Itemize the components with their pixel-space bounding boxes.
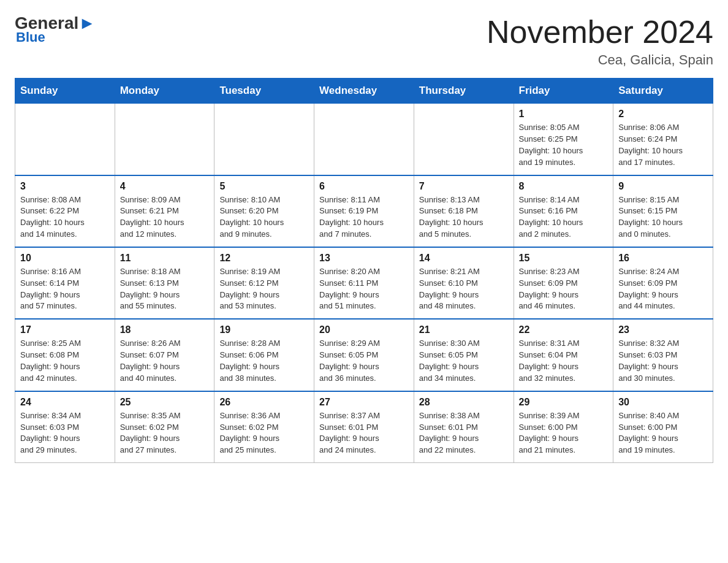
day-info: Sunrise: 8:10 AMSunset: 6:20 PMDaylight:… [219,194,309,240]
calendar-cell: 14Sunrise: 8:21 AMSunset: 6:10 PMDayligh… [414,247,514,319]
calendar-cell [115,104,214,175]
day-number: 18 [120,324,210,335]
day-number: 19 [219,324,309,335]
weekday-header-monday: Monday [115,79,214,104]
calendar-cell: 20Sunrise: 8:29 AMSunset: 6:05 PMDayligh… [314,319,414,391]
weekday-header-saturday: Saturday [613,79,713,104]
calendar-cell: 11Sunrise: 8:18 AMSunset: 6:13 PMDayligh… [115,247,214,319]
calendar-table: SundayMondayTuesdayWednesdayThursdayFrid… [15,78,713,463]
day-info: Sunrise: 8:24 AMSunset: 6:09 PMDaylight:… [618,266,708,312]
calendar-cell: 5Sunrise: 8:10 AMSunset: 6:20 PMDaylight… [214,175,314,247]
calendar-cell: 23Sunrise: 8:32 AMSunset: 6:03 PMDayligh… [613,319,713,391]
calendar-cell: 7Sunrise: 8:13 AMSunset: 6:18 PMDaylight… [414,175,514,247]
day-info: Sunrise: 8:40 AMSunset: 6:00 PMDaylight:… [618,410,708,456]
day-number: 4 [120,181,210,192]
weekday-header-thursday: Thursday [414,79,514,104]
day-info: Sunrise: 8:26 AMSunset: 6:07 PMDaylight:… [120,338,210,384]
logo-triangle-icon: ► [78,13,96,33]
day-number: 10 [20,253,110,264]
day-info: Sunrise: 8:05 AMSunset: 6:25 PMDaylight:… [519,122,609,168]
calendar-subtitle: Cea, Galicia, Spain [487,52,713,68]
day-info: Sunrise: 8:29 AMSunset: 6:05 PMDaylight:… [319,338,409,384]
day-info: Sunrise: 8:20 AMSunset: 6:11 PMDaylight:… [319,266,409,312]
day-number: 2 [618,109,708,120]
calendar-cell: 30Sunrise: 8:40 AMSunset: 6:00 PMDayligh… [613,391,713,463]
calendar-cell: 4Sunrise: 8:09 AMSunset: 6:21 PMDaylight… [115,175,214,247]
day-number: 28 [419,397,509,408]
calendar-cell: 21Sunrise: 8:30 AMSunset: 6:05 PMDayligh… [414,319,514,391]
logo-blue-text: Blue [16,29,45,45]
day-number: 22 [519,324,609,335]
calendar-cell: 13Sunrise: 8:20 AMSunset: 6:11 PMDayligh… [314,247,414,319]
day-number: 30 [618,397,708,408]
day-info: Sunrise: 8:28 AMSunset: 6:06 PMDaylight:… [219,338,309,384]
day-info: Sunrise: 8:23 AMSunset: 6:09 PMDaylight:… [519,266,609,312]
day-number: 12 [219,253,309,264]
calendar-cell: 17Sunrise: 8:25 AMSunset: 6:08 PMDayligh… [15,319,115,391]
day-info: Sunrise: 8:15 AMSunset: 6:15 PMDaylight:… [618,194,708,240]
day-info: Sunrise: 8:14 AMSunset: 6:16 PMDaylight:… [519,194,609,240]
weekday-header-wednesday: Wednesday [314,79,414,104]
day-number: 27 [319,397,409,408]
calendar-cell: 27Sunrise: 8:37 AMSunset: 6:01 PMDayligh… [314,391,414,463]
weekday-header-tuesday: Tuesday [214,79,314,104]
day-info: Sunrise: 8:16 AMSunset: 6:14 PMDaylight:… [20,266,110,312]
day-number: 16 [618,253,708,264]
day-number: 23 [618,324,708,335]
calendar-cell [314,104,414,175]
calendar-cell: 8Sunrise: 8:14 AMSunset: 6:16 PMDaylight… [514,175,613,247]
day-number: 13 [319,253,409,264]
day-info: Sunrise: 8:34 AMSunset: 6:03 PMDaylight:… [20,410,110,456]
day-number: 9 [618,181,708,192]
day-number: 8 [519,181,609,192]
day-number: 7 [419,181,509,192]
day-info: Sunrise: 8:21 AMSunset: 6:10 PMDaylight:… [419,266,509,312]
calendar-cell: 10Sunrise: 8:16 AMSunset: 6:14 PMDayligh… [15,247,115,319]
day-info: Sunrise: 8:09 AMSunset: 6:21 PMDaylight:… [120,194,210,240]
day-info: Sunrise: 8:36 AMSunset: 6:02 PMDaylight:… [219,410,309,456]
calendar-cell: 25Sunrise: 8:35 AMSunset: 6:02 PMDayligh… [115,391,214,463]
calendar-cell: 26Sunrise: 8:36 AMSunset: 6:02 PMDayligh… [214,391,314,463]
calendar-cell [15,104,115,175]
calendar-cell: 22Sunrise: 8:31 AMSunset: 6:04 PMDayligh… [514,319,613,391]
calendar-cell: 29Sunrise: 8:39 AMSunset: 6:00 PMDayligh… [514,391,613,463]
calendar-cell: 6Sunrise: 8:11 AMSunset: 6:19 PMDaylight… [314,175,414,247]
calendar-cell: 1Sunrise: 8:05 AMSunset: 6:25 PMDaylight… [514,104,613,175]
calendar-cell: 24Sunrise: 8:34 AMSunset: 6:03 PMDayligh… [15,391,115,463]
calendar-week-row: 24Sunrise: 8:34 AMSunset: 6:03 PMDayligh… [15,391,713,463]
calendar-cell: 2Sunrise: 8:06 AMSunset: 6:24 PMDaylight… [613,104,713,175]
calendar-cell [214,104,314,175]
logo: General► Blue [15,15,96,45]
day-number: 3 [20,181,110,192]
calendar-week-row: 1Sunrise: 8:05 AMSunset: 6:25 PMDaylight… [15,104,713,175]
calendar-cell: 3Sunrise: 8:08 AMSunset: 6:22 PMDaylight… [15,175,115,247]
day-number: 1 [519,109,609,120]
calendar-week-row: 3Sunrise: 8:08 AMSunset: 6:22 PMDaylight… [15,175,713,247]
calendar-cell: 19Sunrise: 8:28 AMSunset: 6:06 PMDayligh… [214,319,314,391]
calendar-cell: 28Sunrise: 8:38 AMSunset: 6:01 PMDayligh… [414,391,514,463]
calendar-cell: 15Sunrise: 8:23 AMSunset: 6:09 PMDayligh… [514,247,613,319]
day-info: Sunrise: 8:08 AMSunset: 6:22 PMDaylight:… [20,194,110,240]
day-number: 25 [120,397,210,408]
day-number: 5 [219,181,309,192]
weekday-header-friday: Friday [514,79,613,104]
calendar-week-row: 10Sunrise: 8:16 AMSunset: 6:14 PMDayligh… [15,247,713,319]
page-header: General► Blue November 2024 Cea, Galicia… [15,15,713,68]
calendar-title: November 2024 [487,15,713,50]
day-number: 20 [319,324,409,335]
day-info: Sunrise: 8:39 AMSunset: 6:00 PMDaylight:… [519,410,609,456]
day-number: 21 [419,324,509,335]
day-number: 15 [519,253,609,264]
day-number: 11 [120,253,210,264]
day-info: Sunrise: 8:30 AMSunset: 6:05 PMDaylight:… [419,338,509,384]
day-number: 6 [319,181,409,192]
day-info: Sunrise: 8:18 AMSunset: 6:13 PMDaylight:… [120,266,210,312]
title-block: November 2024 Cea, Galicia, Spain [487,15,713,68]
day-info: Sunrise: 8:06 AMSunset: 6:24 PMDaylight:… [618,122,708,168]
day-info: Sunrise: 8:35 AMSunset: 6:02 PMDaylight:… [120,410,210,456]
calendar-cell: 18Sunrise: 8:26 AMSunset: 6:07 PMDayligh… [115,319,214,391]
day-number: 17 [20,324,110,335]
day-info: Sunrise: 8:19 AMSunset: 6:12 PMDaylight:… [219,266,309,312]
calendar-cell [414,104,514,175]
day-number: 29 [519,397,609,408]
